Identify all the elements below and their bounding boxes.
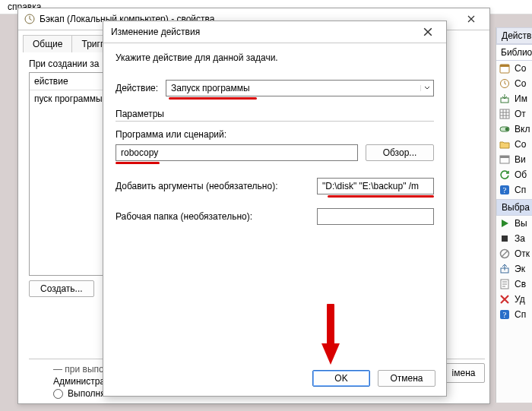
actions-pane-item[interactable]: Св: [496, 277, 532, 292]
actions-pane-item-label: Отк: [515, 248, 530, 259]
actions-pane-item-label: Со: [515, 63, 526, 74]
svg-text:?: ?: [503, 185, 507, 194]
actions-pane-list2: ВыЗаОткЭкСвУд?Сп: [496, 216, 532, 322]
actions-pane-item-label: Эк: [515, 264, 525, 274]
action-select-value: Запуск программы: [166, 83, 420, 93]
svg-rect-9: [500, 156, 509, 158]
edit-action-titlebar: Изменение действия: [103, 21, 446, 43]
clock-icon: [499, 78, 510, 89]
annotation-underline-action: [169, 97, 257, 100]
annotation-underline-args: [328, 195, 434, 198]
toggle-icon: [499, 124, 510, 134]
program-label: Программа или сценарий:: [116, 129, 434, 140]
actions-pane: Действ Библио СоСоИмОтВклСоВиОб?Сп Выбра…: [496, 27, 532, 403]
actions-pane-item-label: Со: [515, 139, 526, 150]
params-group-label: Параметры: [116, 109, 434, 119]
actions-pane-item-label: Об: [515, 169, 527, 180]
create-button[interactable]: Создать...: [29, 280, 94, 297]
actions-pane-item[interactable]: Со: [496, 76, 532, 91]
actions-pane-item[interactable]: Уд: [496, 292, 532, 307]
actions-pane-item[interactable]: Вы: [496, 216, 532, 231]
actions-pane-item-label: Со: [515, 78, 526, 89]
actions-pane-subheader: Библио: [496, 44, 532, 61]
actions-pane-item-label: Уд: [515, 294, 525, 305]
background-cancel-button[interactable]: імена: [442, 363, 485, 383]
edit-action-dialog: Изменение действия Укажите действие для …: [103, 21, 447, 397]
actions-pane-item-label: Ви: [515, 154, 526, 165]
actions-pane-selected-header: Выбра: [496, 199, 532, 216]
startin-label: Рабочая папка (необязательно):: [116, 211, 309, 222]
svg-rect-2: [500, 65, 509, 67]
folder-icon: [499, 139, 510, 150]
svg-rect-5: [500, 109, 509, 119]
actions-pane-item-label: Вы: [515, 218, 527, 229]
tab-general[interactable]: Общие: [23, 35, 72, 52]
clock-icon: [24, 14, 35, 24]
actions-pane-item[interactable]: Вкл: [496, 122, 532, 137]
actions-pane-item[interactable]: ?Сп: [496, 182, 532, 198]
play-icon: [499, 218, 510, 229]
run-radio[interactable]: [53, 389, 63, 399]
chevron-down-icon: [420, 85, 433, 91]
actions-pane-item[interactable]: ?Сп: [496, 307, 532, 322]
actions-pane-item-label: От: [515, 109, 526, 119]
args-label: Добавить аргументы (необязательно):: [116, 181, 309, 191]
svg-text:?: ?: [503, 310, 507, 319]
svg-rect-12: [502, 236, 508, 242]
close-icon[interactable]: [416, 24, 440, 40]
grid-icon: [499, 109, 510, 119]
program-input[interactable]: robocopy: [116, 144, 358, 161]
startin-input[interactable]: [317, 208, 434, 225]
actions-pane-item[interactable]: Со: [496, 137, 532, 152]
actions-pane-list: СоСоИмОтВклСоВиОб?Сп: [496, 61, 532, 198]
stop-icon: [499, 233, 510, 244]
help-icon: ?: [499, 309, 510, 320]
import-icon: [499, 93, 510, 104]
actions-pane-item[interactable]: Со: [496, 61, 532, 76]
close-icon[interactable]: [459, 11, 483, 27]
calendar-icon: [499, 63, 510, 74]
actions-pane-item[interactable]: За: [496, 231, 532, 246]
actions-pane-item-label: Сп: [515, 309, 526, 320]
annotation-underline-program: [116, 162, 160, 164]
actions-pane-item[interactable]: От: [496, 106, 532, 122]
disable-icon: [499, 248, 510, 259]
actions-pane-item[interactable]: Эк: [496, 261, 532, 277]
view-icon: [499, 154, 510, 165]
help-icon: ?: [499, 185, 510, 195]
actions-pane-item-label: Св: [515, 279, 526, 289]
actions-pane-item-label: За: [515, 233, 525, 244]
export-icon: [499, 264, 510, 274]
actions-pane-item[interactable]: Об: [496, 167, 532, 182]
actions-pane-item-label: Им: [515, 93, 527, 104]
actions-pane-header: Действ: [496, 27, 532, 44]
args-input-value: "D:\disk" "E:\backup" /m: [322, 181, 419, 191]
action-label: Действие:: [116, 83, 158, 93]
props-icon: [499, 279, 510, 289]
actions-pane-item-label: Сп: [515, 185, 526, 195]
browse-button[interactable]: Обзор...: [366, 144, 434, 161]
action-select[interactable]: Запуск программы: [166, 80, 434, 96]
args-input[interactable]: "D:\disk" "E:\backup" /m: [317, 178, 434, 194]
actions-pane-item[interactable]: Им: [496, 91, 532, 106]
program-input-value: robocopy: [121, 147, 158, 158]
edit-action-title: Изменение действия: [109, 27, 416, 37]
ok-button[interactable]: OK: [312, 370, 370, 387]
delete-icon: [499, 294, 510, 305]
refresh-icon: [499, 169, 510, 180]
actions-pane-item[interactable]: Ви: [496, 152, 532, 167]
actions-pane-item[interactable]: Отк: [496, 246, 532, 261]
hint-label: Укажите действие для данной задачи.: [116, 52, 434, 63]
actions-pane-item-label: Вкл: [515, 124, 530, 134]
cancel-button[interactable]: Отмена: [378, 370, 435, 387]
svg-point-7: [505, 128, 509, 131]
